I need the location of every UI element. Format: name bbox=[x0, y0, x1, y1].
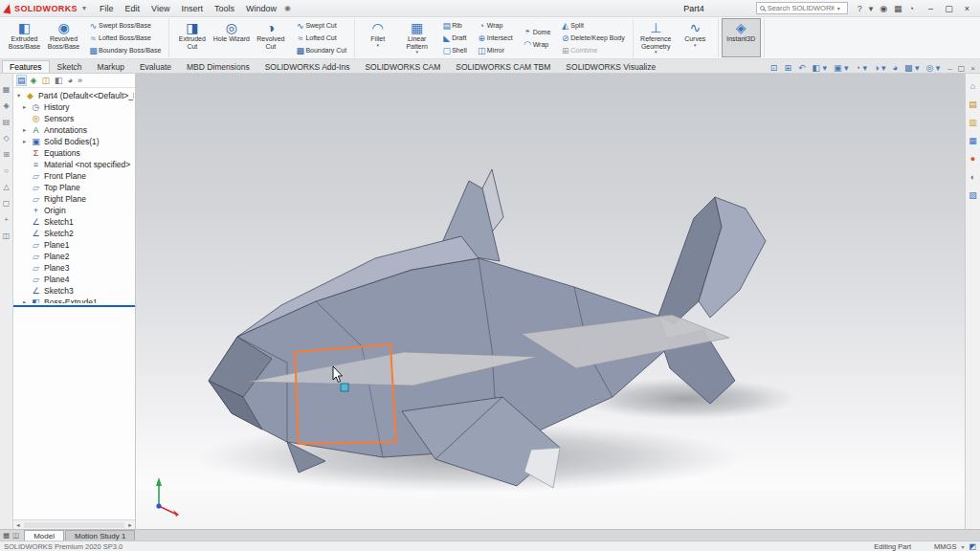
tree-item[interactable]: ∠ Sketch2 bbox=[13, 228, 135, 239]
flyout-caret-icon[interactable]: ▾ bbox=[694, 43, 697, 47]
ribbon-button[interactable]: ≈ Lofted Boss/Base bbox=[85, 33, 164, 44]
model-tab[interactable]: Model bbox=[24, 530, 64, 540]
dimxpertmanager-tab[interactable]: ◧ bbox=[55, 76, 63, 85]
dock-toolbar-icon[interactable]: ◇ bbox=[3, 134, 9, 143]
zoom-area-icon[interactable]: ⊞ bbox=[784, 63, 791, 73]
restore-button[interactable]: ▢ bbox=[940, 1, 958, 15]
ribbon-tab[interactable]: Evaluate bbox=[132, 60, 179, 73]
tree-item[interactable]: ▸ ◷ History bbox=[13, 101, 135, 113]
solidworks-logo[interactable]: SOLIDWORKS ▾ bbox=[4, 4, 86, 13]
ribbon-button[interactable]: ∿ Swept Boss/Base bbox=[85, 20, 164, 32]
section-view-icon[interactable]: ◧ ▾ bbox=[812, 63, 827, 73]
ribbon-button[interactable]: ◑ Revolved Cut bbox=[251, 18, 290, 57]
apply-scene-icon[interactable]: ▩ ▾ bbox=[904, 63, 920, 73]
ribbon-button[interactable]: ◓ Dome bbox=[520, 26, 554, 37]
user-resources-icon[interactable]: ◉ bbox=[880, 4, 887, 13]
menu-item[interactable]: View bbox=[145, 2, 175, 15]
dock-toolbar-icon[interactable]: ◫ bbox=[3, 231, 11, 240]
tree-horizontal-scrollbar[interactable]: ◂ ▸ bbox=[13, 519, 135, 529]
scenes-icon[interactable]: ◐ bbox=[970, 172, 975, 182]
menu-item[interactable]: Edit bbox=[120, 2, 146, 15]
ribbon-button[interactable]: ▩ Boundary Boss/Base bbox=[85, 45, 164, 56]
menu-item[interactable]: File bbox=[94, 2, 120, 15]
home-icon[interactable]: ⌂ bbox=[970, 81, 975, 91]
help-search[interactable]: ▾ bbox=[756, 2, 848, 14]
design-library-icon[interactable]: ▤ bbox=[969, 99, 977, 109]
ribbon-tab[interactable]: Features bbox=[2, 60, 50, 73]
ribbon-button[interactable]: ◎ Hole Wizard bbox=[212, 18, 251, 57]
ribbon-button[interactable]: ⊕ Intersect bbox=[474, 33, 516, 44]
tree-item[interactable]: ▾ ◆ Part4 (Default<<Default>_Display Sta bbox=[13, 90, 135, 101]
menu-item[interactable]: Window bbox=[240, 2, 282, 15]
hide-show-items-icon[interactable]: ◑ ▾ bbox=[874, 63, 885, 73]
dock-toolbar-icon[interactable]: ▢ bbox=[3, 199, 11, 208]
ribbon-tab[interactable]: Sketch bbox=[50, 60, 90, 73]
minimize-button[interactable]: – bbox=[922, 1, 940, 15]
ribbon-button[interactable]: ◉ Revolved Boss/Base bbox=[44, 18, 83, 57]
collapse-commandmanager-icon[interactable]: – bbox=[947, 64, 951, 73]
pin-menu-icon[interactable]: ◉ bbox=[284, 4, 291, 12]
ribbon-button[interactable]: ◠ Wrap bbox=[520, 38, 554, 50]
ribbon-button[interactable]: ◣ Draft bbox=[438, 33, 470, 44]
tree-item[interactable]: ∠ Sketch3 bbox=[13, 285, 135, 297]
ribbon-button[interactable]: ◧ Extruded Boss/Base bbox=[5, 18, 44, 57]
appearances-icon[interactable]: ● bbox=[970, 154, 975, 164]
tree-item[interactable]: ▸ ▣ Solid Bodies(1) bbox=[13, 136, 135, 147]
previous-view-icon[interactable]: ↶ bbox=[798, 63, 806, 73]
selection-handle[interactable] bbox=[341, 384, 348, 391]
ribbon-button[interactable]: ∿ Curves ▾ bbox=[676, 18, 715, 57]
ribbon-button[interactable]: ◫ Mirror bbox=[474, 45, 516, 56]
units-caret-icon[interactable]: ▾ bbox=[961, 543, 964, 550]
tag-icon[interactable]: ◩ bbox=[969, 542, 976, 551]
close-button[interactable]: × bbox=[958, 1, 976, 15]
options-icon[interactable]: ◔ bbox=[909, 4, 914, 13]
ribbon-button[interactable]: ∿ Swept Cut bbox=[292, 20, 349, 32]
display-style-icon[interactable]: ◔ ▾ bbox=[856, 63, 867, 73]
ribbon-tab[interactable]: SOLIDWORKS CAM bbox=[357, 60, 448, 73]
ribbon-tab[interactable]: SOLIDWORKS Visualize bbox=[558, 60, 663, 73]
graphics-area[interactable] bbox=[136, 74, 965, 529]
status-units[interactable]: MMGS bbox=[934, 542, 956, 551]
ribbon-button[interactable]: ⊥ Reference Geometry ▾ bbox=[636, 18, 676, 57]
ribbon-tab[interactable]: MBD Dimensions bbox=[179, 60, 257, 73]
tree-item[interactable]: ▱ Plane1 bbox=[13, 239, 135, 251]
ribbon-tab[interactable]: Markup bbox=[90, 60, 132, 73]
dock-toolbar-icon[interactable]: ▦ bbox=[3, 85, 11, 94]
custom-properties-icon[interactable]: ▧ bbox=[969, 190, 977, 200]
dock-toolbar-icon[interactable]: ○ bbox=[4, 166, 9, 175]
tree-item[interactable]: ▱ Plane4 bbox=[13, 274, 135, 285]
edit-appearance-icon[interactable]: ◕ bbox=[892, 63, 897, 73]
tree-item[interactable]: ▱ Plane2 bbox=[13, 251, 135, 262]
tree-item[interactable]: ▱ Front Plane bbox=[13, 170, 135, 182]
ribbon-button[interactable]: ▤ Rib bbox=[438, 20, 470, 32]
expand-arrow-icon[interactable]: ▸ bbox=[23, 298, 31, 303]
configurationmanager-tab[interactable]: ◫ bbox=[41, 76, 50, 85]
tree-item[interactable]: ∠ Sketch1 bbox=[13, 216, 135, 228]
help-caret-icon[interactable]: ▾ bbox=[869, 4, 874, 13]
model-tab[interactable]: Motion Study 1 bbox=[65, 530, 135, 540]
dock-toolbar-icon[interactable]: ⊞ bbox=[3, 150, 10, 159]
tree-item[interactable]: ◎ Sensors bbox=[13, 113, 135, 124]
view-orientation-icon[interactable]: ▣ ▾ bbox=[834, 63, 849, 73]
file-explorer-icon[interactable]: ▥ bbox=[969, 118, 977, 127]
tree-item[interactable]: Σ Equations bbox=[13, 147, 135, 159]
flyout-caret-icon[interactable]: ▾ bbox=[655, 50, 657, 54]
flyout-caret-icon[interactable]: ▾ bbox=[376, 43, 379, 47]
tree-item[interactable]: ▱ Plane3 bbox=[13, 262, 135, 274]
help-icon[interactable]: ? bbox=[858, 4, 862, 13]
flyout-caret-icon[interactable]: ▾ bbox=[415, 50, 418, 54]
split-view-icon[interactable]: ◫ bbox=[12, 531, 19, 540]
dock-toolbar-icon[interactable]: + bbox=[4, 215, 9, 224]
ribbon-button[interactable]: ⊞ Combine bbox=[557, 45, 627, 56]
ribbon-tab[interactable]: SOLIDWORKS Add-Ins bbox=[257, 60, 358, 73]
ribbon-button[interactable]: ≈ Lofted Cut bbox=[292, 33, 349, 44]
ribbon-button[interactable]: ◔ Wrap bbox=[474, 20, 516, 32]
tree-item[interactable]: ▱ Right Plane bbox=[13, 193, 135, 205]
ribbon-button[interactable]: ◨ Extruded Cut bbox=[172, 18, 212, 57]
tree-item[interactable]: ▸ A Annotations bbox=[13, 124, 135, 136]
view-settings-icon[interactable]: ◎ ▾ bbox=[925, 63, 940, 73]
displaymanager-tab[interactable]: ◕ bbox=[67, 76, 72, 85]
ribbon-button[interactable]: ⊘ Delete/Keep Body bbox=[557, 33, 627, 44]
tree-item[interactable]: + Origin bbox=[13, 205, 135, 216]
expand-manager-tabs[interactable]: » bbox=[78, 76, 82, 85]
